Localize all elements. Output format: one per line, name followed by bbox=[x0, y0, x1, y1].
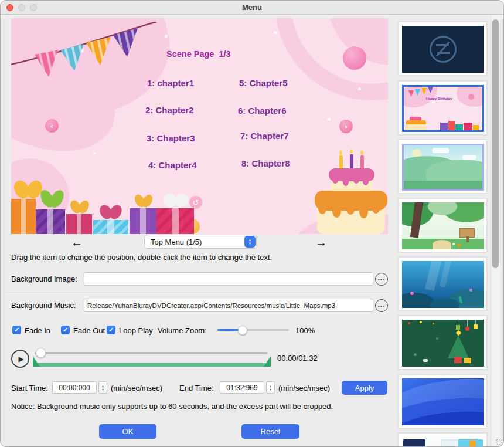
start-time-input[interactable] bbox=[52, 381, 97, 394]
template-thumb-blue-waves[interactable] bbox=[398, 374, 487, 428]
background-music-label: Background Music: bbox=[11, 301, 76, 310]
background-image-label: Background Image: bbox=[11, 275, 77, 283]
star-icon bbox=[456, 330, 462, 336]
seek-slider-thumb[interactable] bbox=[36, 348, 46, 358]
pink-balloon bbox=[343, 46, 366, 70]
volume-zoom-label: Volume Zoom: bbox=[158, 326, 207, 335]
chapter-item-8[interactable]: 8: Chapter8 bbox=[241, 158, 290, 168]
browse-image-button[interactable]: ··· bbox=[375, 273, 388, 286]
start-time-label: Start Time: bbox=[11, 384, 48, 392]
no-menu-icon bbox=[430, 36, 457, 63]
window-title: Menu bbox=[1, 3, 503, 12]
ok-button[interactable]: OK bbox=[99, 424, 156, 439]
trim-range-bar[interactable] bbox=[33, 363, 271, 367]
menu-prev-page-button[interactable]: ‹ bbox=[45, 119, 59, 133]
end-time-label: End Time: bbox=[179, 384, 214, 392]
loop-icon: ↺ bbox=[193, 198, 199, 207]
christmas-tree bbox=[448, 335, 469, 358]
titlebar: Menu bbox=[1, 1, 503, 15]
background-image-input[interactable] bbox=[84, 272, 373, 286]
background-music-input[interactable] bbox=[84, 299, 373, 312]
seek-slider-track[interactable] bbox=[35, 352, 268, 354]
chapter-item-7[interactable]: 7: Chapter7 bbox=[240, 131, 289, 141]
scene-page-label[interactable]: Scene Page 1/3 bbox=[166, 49, 231, 59]
resize-grip[interactable] bbox=[496, 439, 502, 445]
pink-ring-blob bbox=[275, 18, 388, 100]
fade-out-label: Fade Out bbox=[73, 326, 105, 335]
chapter-item-3[interactable]: 3: Chapter3 bbox=[147, 133, 195, 143]
fade-in-checkbox[interactable] bbox=[12, 326, 21, 334]
play-icon: ▶ bbox=[18, 355, 23, 363]
apply-button[interactable]: Apply bbox=[342, 381, 387, 395]
menu-preview-canvas[interactable]: Scene Page 1/3 1: chapter1 2: Chapter2 3… bbox=[11, 18, 388, 234]
start-time-unit: (min/sec/msec) bbox=[111, 384, 162, 392]
next-menu-arrow-button[interactable]: → bbox=[315, 236, 327, 249]
end-time-input[interactable] bbox=[220, 381, 264, 394]
start-time-stepper[interactable]: ▲ ▼ bbox=[98, 381, 107, 394]
select-stepper-icon: ▲ ▼ bbox=[244, 236, 256, 248]
fade-out-checkbox[interactable] bbox=[61, 326, 70, 334]
template-thumb-partial[interactable] bbox=[398, 433, 487, 447]
menu-page-select[interactable]: Top Menu (1/5) ▲ ▼ bbox=[144, 235, 257, 249]
chapter-item-4[interactable]: 4: Chapter4 bbox=[148, 160, 197, 170]
volume-slider-thumb[interactable] bbox=[238, 326, 247, 335]
template-thumb-green-landscape[interactable] bbox=[398, 140, 487, 194]
chevron-left-icon: ‹ bbox=[51, 122, 53, 130]
browse-music-button[interactable]: ··· bbox=[375, 299, 388, 312]
menu-next-page-button[interactable]: › bbox=[339, 120, 353, 133]
menu-page-select-value: Top Menu (1/5) bbox=[151, 238, 202, 246]
sidebar-scrollbar-thumb[interactable] bbox=[492, 19, 499, 268]
ellipsis-icon: ··· bbox=[378, 302, 386, 310]
volume-value: 100% bbox=[295, 326, 315, 335]
template-thumb-underwater[interactable] bbox=[398, 257, 487, 311]
prev-menu-arrow-button[interactable]: ← bbox=[71, 236, 83, 249]
loop-play-label: Loop Play bbox=[119, 326, 153, 335]
menu-loop-button[interactable]: ↺ bbox=[189, 196, 202, 209]
divider bbox=[5, 292, 390, 293]
ellipsis-icon: ··· bbox=[378, 276, 386, 283]
play-button[interactable]: ▶ bbox=[11, 350, 29, 368]
template-thumb-no-menu[interactable] bbox=[398, 22, 487, 76]
notice-text: Notice: Background music only supports u… bbox=[11, 402, 333, 411]
fade-in-label: Fade In bbox=[25, 326, 50, 335]
end-time-unit: (min/sec/msec) bbox=[278, 384, 330, 392]
template-thumb-forest[interactable] bbox=[398, 198, 487, 252]
chapter-item-2[interactable]: 2: Chapter2 bbox=[145, 105, 194, 115]
menu-window: Menu bbox=[0, 0, 504, 447]
template-thumb-birthday[interactable]: Happy Birthday bbox=[398, 81, 487, 135]
end-time-stepper[interactable]: ▲ ▼ bbox=[266, 381, 275, 394]
chapter-item-1[interactable]: 1: chapter1 bbox=[147, 78, 194, 88]
birthday-thumb-title: Happy Birthday bbox=[426, 97, 452, 100]
chapter-item-5[interactable]: 5: Chapter5 bbox=[239, 78, 288, 88]
playback-time: 00:00/01:32 bbox=[277, 354, 318, 363]
chapter-item-6[interactable]: 6: Chapter6 bbox=[238, 106, 287, 116]
template-thumb-christmas[interactable] bbox=[398, 316, 487, 370]
loop-play-checkbox[interactable] bbox=[107, 326, 115, 334]
drag-instruction-text: Drag the item to change the position, do… bbox=[11, 253, 272, 262]
chevron-right-icon: › bbox=[345, 123, 348, 131]
reset-button[interactable]: Reset bbox=[241, 424, 299, 439]
